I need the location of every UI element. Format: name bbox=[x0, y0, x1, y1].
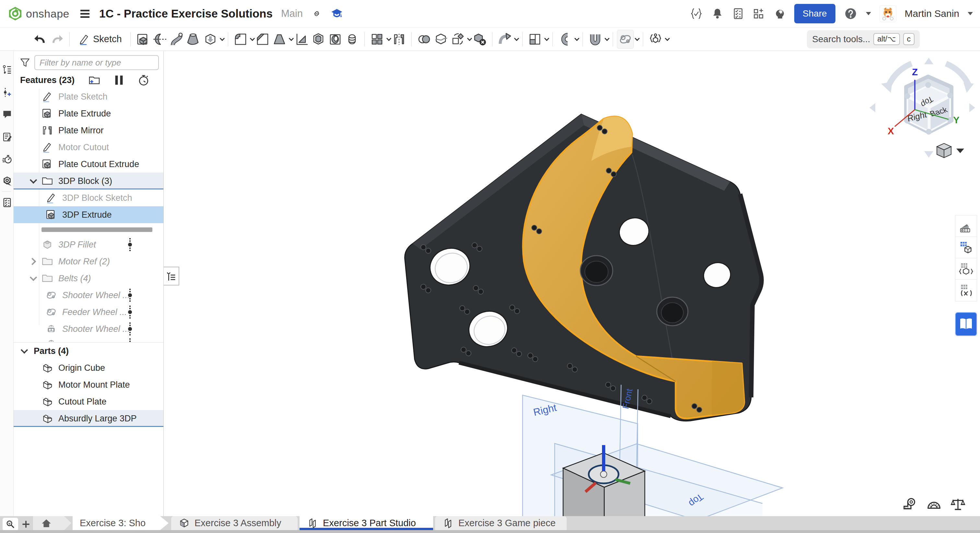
custom-feature-button[interactable] bbox=[647, 30, 664, 49]
help-icon[interactable] bbox=[844, 7, 858, 21]
feature-row-clipped[interactable] bbox=[14, 337, 163, 342]
rib-button[interactable] bbox=[293, 30, 310, 49]
suppressed-indicator-icon[interactable] bbox=[128, 322, 132, 336]
rollback-history-button[interactable] bbox=[137, 74, 150, 86]
workspace-branch[interactable]: Main bbox=[281, 8, 303, 19]
search-tools-button[interactable]: Search tools... alt/⌥ c bbox=[807, 30, 920, 48]
feature-row-3dp-block-folder[interactable]: 3DP Block (3) bbox=[14, 172, 163, 190]
rollback-bar[interactable] bbox=[41, 227, 153, 232]
learning-center-button[interactable] bbox=[1, 175, 13, 187]
document-menu-icon[interactable] bbox=[79, 8, 91, 19]
part-row-cutout-plate[interactable]: Cutout Plate bbox=[14, 393, 163, 410]
tab-exercise-3-shooter[interactable]: Exercise 3: Sho bbox=[73, 516, 169, 530]
view-cube[interactable]: Top Right Back Z X Y bbox=[869, 58, 975, 158]
user-name[interactable]: Martin Sanin bbox=[905, 8, 959, 19]
part-row-origin-cube[interactable]: Origin Cube bbox=[14, 359, 163, 376]
plane-button[interactable] bbox=[527, 30, 543, 49]
modify-fillet-menu-chevron-icon[interactable] bbox=[514, 36, 519, 41]
custom-feature-menu-chevron-icon[interactable] bbox=[665, 36, 670, 41]
feature-row-feeder-wheel-belt[interactable]: Feeder Wheel ... bbox=[14, 304, 163, 321]
chevron-down-icon[interactable] bbox=[30, 176, 37, 184]
versions-history-button[interactable] bbox=[1, 86, 13, 98]
feature-filter-input[interactable] bbox=[34, 55, 159, 70]
home-tab-segment[interactable] bbox=[33, 516, 71, 530]
loft-button[interactable] bbox=[185, 30, 202, 49]
feature-row-3dp-extrude[interactable]: 3DP Extrude bbox=[14, 206, 163, 223]
mirror-button[interactable] bbox=[391, 30, 407, 49]
performance-button[interactable] bbox=[1, 153, 13, 165]
measure-tape-icon[interactable] bbox=[902, 497, 918, 512]
chevron-down-icon[interactable] bbox=[30, 273, 37, 281]
featurescript-tables-button[interactable] bbox=[955, 258, 977, 280]
boolean-button[interactable] bbox=[415, 30, 433, 49]
delete-part-button[interactable] bbox=[471, 30, 488, 49]
belt-menu-chevron-icon[interactable] bbox=[635, 36, 640, 41]
extrude-button[interactable] bbox=[135, 30, 151, 49]
app-store-icon[interactable] bbox=[753, 8, 765, 20]
new-folder-button[interactable] bbox=[88, 74, 100, 86]
suppressed-indicator-icon[interactable] bbox=[128, 238, 132, 251]
suppressed-indicator-icon[interactable] bbox=[128, 305, 132, 319]
part-motor-mount-plate[interactable] bbox=[405, 114, 762, 421]
measure-angle-icon[interactable] bbox=[926, 497, 942, 512]
mass-properties-icon[interactable] bbox=[950, 497, 966, 512]
chevron-right-icon[interactable] bbox=[29, 258, 36, 265]
tasks-checklist-icon[interactable] bbox=[732, 8, 744, 20]
sketch-button[interactable]: Sketch bbox=[73, 30, 126, 49]
bridging-curve-button[interactable] bbox=[557, 30, 573, 49]
notes-button[interactable] bbox=[1, 131, 13, 143]
thicken-menu-chevron-icon[interactable] bbox=[220, 36, 225, 41]
chamfer-button[interactable] bbox=[254, 30, 271, 49]
feature-list-panel-button[interactable] bbox=[1, 64, 13, 75]
part-row-motor-mount-plate[interactable]: Motor Mount Plate bbox=[14, 376, 163, 393]
feature-row-belts-folder[interactable]: Belts (4) bbox=[14, 270, 163, 287]
circular-pattern-button[interactable] bbox=[369, 30, 385, 49]
modify-fillet-button[interactable] bbox=[496, 30, 513, 49]
feature-row-3dp-block-sketch[interactable]: 3DP Block Sketch bbox=[14, 190, 163, 206]
share-link-icon[interactable] bbox=[311, 8, 322, 19]
belt-button[interactable] bbox=[617, 30, 634, 49]
filter-funnel-icon[interactable] bbox=[19, 57, 30, 68]
tab-exercise-3-part-studio[interactable]: Exercise 3 Part Studio bbox=[299, 516, 433, 530]
redo-button[interactable] bbox=[49, 30, 65, 49]
fillet-button[interactable] bbox=[232, 30, 249, 49]
feature-row-motor-cutout[interactable]: Motor Cutout bbox=[14, 139, 163, 156]
suppressed-indicator-icon[interactable] bbox=[128, 289, 132, 302]
parts-section-header[interactable]: Parts (4) bbox=[14, 343, 163, 359]
variables-table-button[interactable] bbox=[955, 280, 977, 301]
plane-menu-chevron-icon[interactable] bbox=[544, 36, 549, 41]
projected-curve-button[interactable] bbox=[587, 30, 604, 49]
user-avatar[interactable] bbox=[880, 5, 896, 22]
document-title[interactable]: 1C - Practice Exercise Solutions bbox=[99, 7, 273, 20]
feature-row-plate-extrude[interactable]: Plate Extrude bbox=[14, 105, 163, 122]
feature-row-shooter-wheel-belt[interactable]: Shooter Wheel ... bbox=[14, 287, 163, 304]
feature-row-3dp-fillet[interactable]: 3DP Fillet bbox=[14, 236, 163, 253]
part-row-absurdly-large-3dp[interactable]: Absurdly Large 3DP bbox=[14, 410, 163, 427]
feature-row-plate-mirror[interactable]: Plate Mirror bbox=[14, 122, 163, 139]
documentation-panel-button[interactable] bbox=[955, 312, 977, 336]
collapse-feature-panel-button[interactable] bbox=[164, 266, 179, 286]
undo-button[interactable] bbox=[32, 30, 49, 49]
onshape-logo-icon[interactable] bbox=[8, 6, 23, 21]
checklist-panel-button[interactable] bbox=[1, 196, 13, 208]
suppress-pause-button[interactable] bbox=[114, 75, 124, 86]
sweep-button[interactable] bbox=[168, 30, 185, 49]
comments-button[interactable] bbox=[1, 109, 13, 120]
user-menu-chevron-icon[interactable] bbox=[968, 12, 973, 15]
appearance-panel-button[interactable] bbox=[955, 215, 977, 237]
shell-button[interactable] bbox=[310, 30, 327, 49]
hole-button[interactable] bbox=[327, 30, 344, 49]
revolve-button[interactable] bbox=[151, 30, 168, 49]
projected-curve-menu-chevron-icon[interactable] bbox=[604, 36, 609, 41]
draft-button[interactable] bbox=[271, 30, 288, 49]
ai-advisor-icon[interactable] bbox=[773, 8, 786, 20]
tab-exercise-3-game-piece[interactable]: Exercise 3 Game piece bbox=[435, 516, 567, 530]
feature-row-shooter-wheel-custom[interactable]: Shooter Wheel ... bbox=[14, 321, 163, 337]
view-options-button[interactable] bbox=[937, 144, 964, 158]
transform-button[interactable] bbox=[449, 30, 466, 49]
add-tab-button[interactable] bbox=[20, 519, 32, 530]
notifications-bell-icon[interactable] bbox=[711, 8, 724, 20]
bridging-curve-menu-chevron-icon[interactable] bbox=[574, 36, 579, 41]
thicken-button[interactable] bbox=[202, 30, 219, 49]
featurescript-braces-icon[interactable] bbox=[690, 7, 703, 20]
